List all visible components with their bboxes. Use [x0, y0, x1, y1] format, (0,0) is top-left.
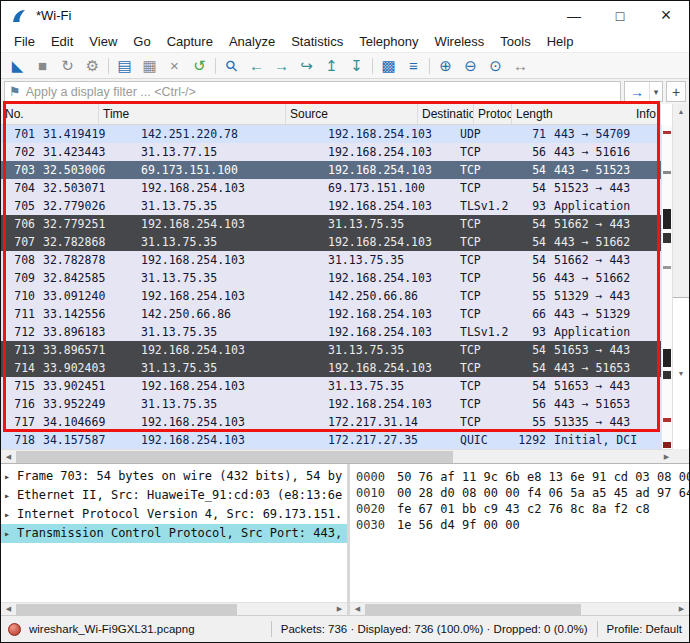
menu-item[interactable]: Statistics	[283, 32, 351, 51]
column-header[interactable]: Info	[632, 104, 661, 124]
close-file-icon[interactable]: ×	[162, 55, 187, 77]
menu-item[interactable]: Capture	[159, 32, 221, 51]
hscroll-thumb[interactable]	[365, 604, 581, 615]
details-hscrollbar[interactable]: ◀ ▶	[1, 602, 347, 615]
packet-row[interactable]: 704 32.503071 192.168.254.103 69.173.151…	[1, 179, 661, 197]
go-last-packet-icon[interactable]: ↧	[344, 55, 369, 77]
packet-row[interactable]: 701 31.419419 142.251.220.78 192.168.254…	[1, 125, 661, 143]
scroll-left-icon[interactable]: ◀	[1, 450, 16, 464]
minimize-button[interactable]: —	[551, 1, 597, 30]
packet-row[interactable]: 706 32.779251 192.168.254.103 31.13.75.3…	[1, 215, 661, 233]
expert-info-icon[interactable]	[8, 623, 21, 636]
minimap-mark	[663, 418, 671, 422]
packet-row[interactable]: 712 33.896183 31.13.75.35 192.168.254.10…	[1, 323, 661, 341]
menu-item[interactable]: Wireless	[426, 32, 492, 51]
open-file-icon[interactable]: ▤	[112, 55, 137, 77]
stop-capture-icon[interactable]: ■	[30, 55, 55, 77]
start-capture-icon[interactable]: ◣	[5, 55, 30, 77]
scroll-right-icon[interactable]: ▶	[674, 602, 689, 615]
packet-row[interactable]: 717 34.104669 192.168.254.103 172.217.31…	[1, 413, 661, 431]
expand-arrow-icon[interactable]: ▸	[4, 467, 17, 486]
packet-row[interactable]: 713 33.896571 192.168.254.103 31.13.75.3…	[1, 341, 661, 359]
menu-item[interactable]: Telephony	[351, 32, 426, 51]
maximize-button[interactable]: □	[597, 1, 643, 30]
packet-row[interactable]: 715 33.902451 192.168.254.103 31.13.75.3…	[1, 377, 661, 395]
go-back-icon[interactable]: ←	[244, 55, 269, 77]
menu-item[interactable]: Go	[125, 32, 158, 51]
capture-options-icon[interactable]: ⚙	[80, 55, 105, 77]
menu-item[interactable]: Tools	[492, 32, 538, 51]
expand-arrow-icon[interactable]: ▸	[4, 505, 17, 524]
packet-minimap[interactable]	[661, 125, 672, 449]
hscroll-thumb[interactable]	[16, 451, 453, 463]
scroll-left-icon[interactable]: ◀	[1, 602, 16, 615]
column-header[interactable]: Protocol	[474, 104, 512, 124]
hscroll-thumb[interactable]	[16, 604, 237, 615]
packet-list-hscrollbar[interactable]: ◀ ▶	[1, 449, 674, 463]
column-header[interactable]: No.	[1, 104, 99, 124]
menu-item[interactable]: View	[81, 32, 125, 51]
menu-item[interactable]: Analyze	[221, 32, 283, 51]
close-button[interactable]: ×	[643, 1, 689, 30]
profile-label[interactable]: Profile: Default	[607, 623, 682, 635]
reload-file-icon[interactable]: ↺	[187, 55, 212, 77]
column-header[interactable]: Destination	[418, 104, 474, 124]
column-header[interactable]: Length	[512, 104, 632, 124]
hex-dump-line[interactable]: 00301e 56 d4 9f 00 00	[356, 517, 689, 533]
go-forward-icon[interactable]: →	[269, 55, 294, 77]
display-filter-input[interactable]	[26, 85, 616, 99]
filter-dropdown-icon[interactable]: ▾	[649, 82, 662, 101]
scroll-up-icon[interactable]: ▲	[673, 104, 689, 119]
packet-row[interactable]: 707 32.782868 31.13.75.35 192.168.254.10…	[1, 233, 661, 251]
zoom-in-icon[interactable]: ⊕	[433, 55, 458, 77]
menu-item[interactable]: Edit	[43, 32, 81, 51]
resize-columns-icon[interactable]: ↔	[508, 55, 533, 77]
scroll-left-icon[interactable]: ◀	[350, 602, 365, 615]
go-to-packet-icon[interactable]: ↪	[294, 55, 319, 77]
column-header[interactable]: Source	[286, 104, 418, 124]
packet-row[interactable]: 702 31.423443 31.13.77.15 192.168.254.10…	[1, 143, 661, 161]
autoscroll-icon[interactable]: ≡	[401, 55, 426, 77]
packet-list-vscrollbar[interactable]: ▲ ▼	[672, 104, 689, 449]
detail-tree-line[interactable]: ▸ Internet Protocol Version 4, Src: 69.1…	[1, 505, 347, 524]
save-file-icon[interactable]: ▦	[137, 55, 162, 77]
hex-dump-line[interactable]: 000050 76 af 11 9c 6b e8 13 6e 91 cd 03 …	[356, 469, 689, 485]
detail-tree-line[interactable]: ▸ Ethernet II, Src: HuaweiTe_91:cd:03 (e…	[1, 486, 347, 505]
bytes-hscrollbar[interactable]: ◀ ▶	[350, 602, 689, 615]
packet-row[interactable]: 718 34.157587 192.168.254.103 172.217.27…	[1, 431, 661, 449]
packet-row[interactable]: 703 32.503006 69.173.151.100 192.168.254…	[1, 161, 661, 179]
apply-filter-icon[interactable]: →	[625, 82, 649, 101]
filter-apply-group: → ▾	[624, 81, 663, 102]
toolbar-separator[interactable]	[105, 55, 112, 77]
filter-bookmark-icon[interactable]: ⚑	[9, 84, 21, 99]
go-first-packet-icon[interactable]: ↥	[319, 55, 344, 77]
packet-row[interactable]: 716 33.952249 31.13.75.35 192.168.254.10…	[1, 395, 661, 413]
restart-capture-icon[interactable]: ↻	[55, 55, 80, 77]
packet-row[interactable]: 709 32.842585 31.13.75.35 192.168.254.10…	[1, 269, 661, 287]
add-filter-button-icon[interactable]: +	[666, 81, 686, 102]
window-title: *Wi-Fi	[36, 8, 71, 23]
expand-arrow-icon[interactable]: ▸	[4, 486, 17, 505]
scroll-down-icon[interactable]: ▼	[673, 297, 689, 449]
scroll-right-icon[interactable]: ▶	[332, 602, 347, 615]
zoom-out-icon[interactable]: ⊖	[458, 55, 483, 77]
column-header[interactable]: Time	[99, 104, 286, 124]
minimap-mark	[663, 266, 671, 269]
menu-item[interactable]: Help	[539, 32, 582, 51]
zoom-original-icon[interactable]: ⊙	[483, 55, 508, 77]
packet-row[interactable]: 708 32.782878 192.168.254.103 31.13.75.3…	[1, 251, 661, 269]
menu-item[interactable]: File	[6, 32, 43, 51]
hex-dump-line[interactable]: 001000 28 d0 08 00 00 f4 06 5a a5 45 ad …	[356, 485, 689, 501]
packet-row[interactable]: 714 33.902403 31.13.75.35 192.168.254.10…	[1, 359, 661, 377]
colorize-icon[interactable]: ▩	[376, 55, 401, 77]
hex-dump-line[interactable]: 0020fe 67 01 bb c9 43 c2 76 8c 8a f2 c8	[356, 501, 689, 517]
toolbar-separator[interactable]	[369, 55, 376, 77]
expand-arrow-icon[interactable]: ▸	[4, 524, 17, 543]
detail-tree-line[interactable]: ▸ Frame 703: 54 bytes on wire (432 bits)…	[1, 467, 347, 486]
toolbar-separator[interactable]	[426, 55, 433, 77]
packet-row[interactable]: 711 33.142556 142.250.66.86 192.168.254.…	[1, 305, 661, 323]
scrollbar-corner	[672, 449, 689, 463]
packet-row[interactable]: 705 32.779026 31.13.75.35 192.168.254.10…	[1, 197, 661, 215]
detail-tree-line[interactable]: ▸ Transmission Control Protocol, Src Por…	[1, 524, 347, 543]
packet-row[interactable]: 710 33.091240 192.168.254.103 142.250.66…	[1, 287, 661, 305]
